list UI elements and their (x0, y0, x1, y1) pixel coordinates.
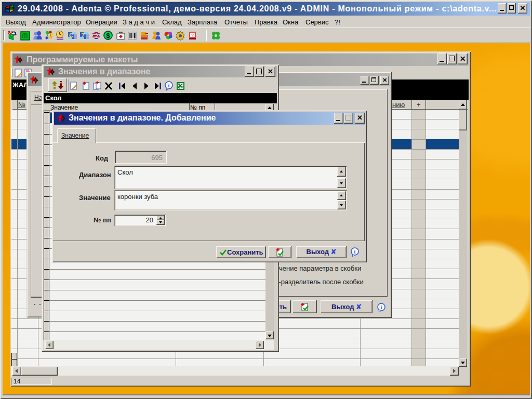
svg-text:i: i (381, 304, 382, 310)
svg-text:i: i (354, 249, 356, 255)
svg-text:$: $ (107, 32, 111, 39)
svg-text:C: C (69, 32, 73, 38)
svg-text:i: i (168, 83, 170, 88)
svg-text:7: 7 (82, 32, 85, 38)
svg-text:?: ? (191, 33, 194, 37)
